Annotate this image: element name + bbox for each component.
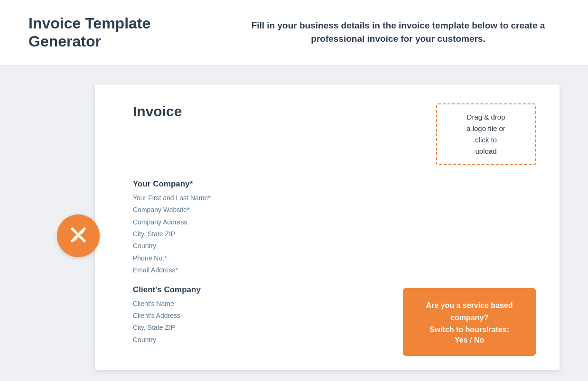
logo-upload-box[interactable]: Drag & drop a logo file or click to uplo… xyxy=(436,103,536,165)
brand-icon-circle xyxy=(57,214,100,257)
tools-icon xyxy=(66,223,90,249)
page-title: Invoice Template Generator xyxy=(28,14,171,51)
invoice-header-row: Invoice Drag & drop a logo file or click… xyxy=(133,103,536,165)
field-first-last-name[interactable]: Your First and Last Name* xyxy=(133,193,536,203)
logo-upload-text: Drag & drop a logo file or click to uplo… xyxy=(467,112,505,157)
service-popup-line1: Are you a service based company? xyxy=(412,299,526,324)
field-city-state-zip-1[interactable]: City, State ZIP xyxy=(133,229,536,239)
your-company-section-title: Your Company* xyxy=(133,179,536,189)
service-popup-yes-no[interactable]: Yes / No xyxy=(455,336,484,344)
field-email-address[interactable]: Email Address* xyxy=(133,265,536,275)
field-company-website[interactable]: Company Website* xyxy=(133,204,536,215)
page-header: Invoice Template Generator Fill in your … xyxy=(0,0,588,65)
page-subtitle: Fill in your business details in the inv… xyxy=(237,19,560,46)
service-popup-line2: Switch to hours/rates: xyxy=(412,324,526,336)
field-country-1[interactable]: Country xyxy=(133,241,536,251)
invoice-title: Invoice xyxy=(133,103,182,120)
main-content: Invoice Drag & drop a logo file or click… xyxy=(0,65,588,381)
field-company-address[interactable]: Company Address xyxy=(133,217,536,227)
invoice-card: Invoice Drag & drop a logo file or click… xyxy=(95,84,560,370)
service-popup-card: Are you a service based company? Switch … xyxy=(403,288,536,356)
field-phone-no[interactable]: Phone No.* xyxy=(133,253,536,263)
